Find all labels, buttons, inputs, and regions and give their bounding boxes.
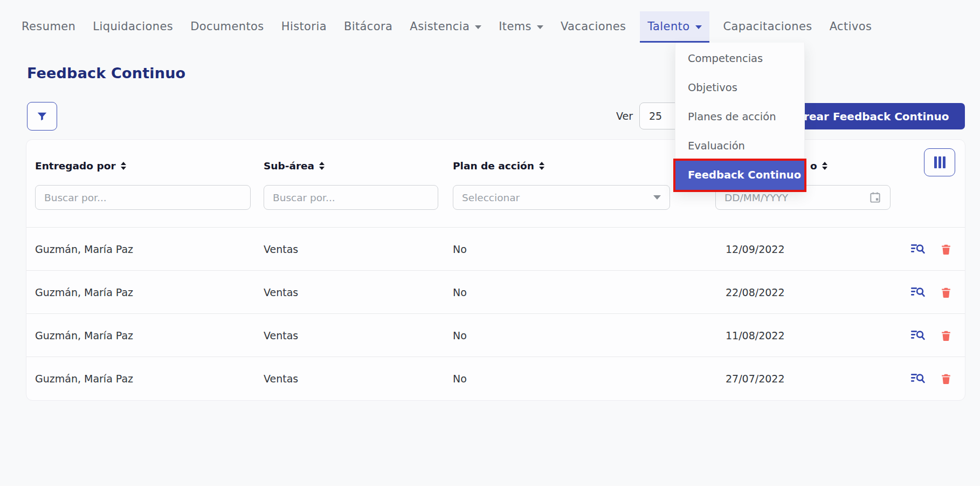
delete-button[interactable] bbox=[940, 286, 952, 299]
nav-item-items[interactable]: Items bbox=[495, 11, 547, 43]
nav-item-label: Talento bbox=[647, 20, 689, 33]
cell-plan-de-accion: No bbox=[453, 243, 715, 255]
chevron-down-icon bbox=[537, 25, 543, 29]
nav-item-label: Activos bbox=[830, 20, 872, 33]
cell-entregado-por: Guzmán, María Paz bbox=[35, 330, 264, 341]
nav-item-asistencia[interactable]: Asistencia bbox=[406, 11, 485, 43]
nav-item-capacitaciones[interactable]: Capacitaciones bbox=[720, 11, 816, 43]
menu-item-objetivos[interactable]: Objetivos bbox=[675, 73, 804, 102]
nav-item-bitacora[interactable]: Bitácora bbox=[341, 11, 396, 43]
nav-item-label: Bitácora bbox=[344, 20, 392, 33]
nav-item-label: Historia bbox=[281, 20, 327, 33]
nav-item-liquidaciones[interactable]: Liquidaciones bbox=[89, 11, 176, 43]
nav-item-label: Items bbox=[499, 20, 532, 33]
nav-item-label: Capacitaciones bbox=[723, 20, 812, 33]
column-header-label: Plan de acción bbox=[453, 160, 534, 172]
nav-item-historia[interactable]: Historia bbox=[278, 11, 330, 43]
page-title: Feedback Continuo bbox=[27, 65, 185, 81]
cell-sub-area: Ventas bbox=[264, 330, 453, 341]
columns-icon-bar bbox=[938, 156, 941, 168]
nav-item-label: Vacaciones bbox=[561, 20, 626, 33]
cell-fecha: 27/07/2022 bbox=[715, 373, 904, 385]
cell-entregado-por: Guzmán, María Paz bbox=[35, 286, 264, 298]
cell-plan-de-accion: No bbox=[453, 286, 715, 298]
column-header-entregado-por[interactable]: Entregado por bbox=[35, 160, 264, 172]
bottom-strip bbox=[0, 486, 980, 493]
filter-button[interactable] bbox=[27, 102, 57, 131]
cell-fecha: 22/08/2022 bbox=[715, 286, 904, 298]
filter-sub-area-input[interactable] bbox=[264, 185, 438, 210]
list-search-icon bbox=[910, 243, 925, 255]
columns-icon-bar bbox=[943, 156, 946, 168]
sort-icon bbox=[822, 162, 827, 170]
sort-icon bbox=[319, 162, 325, 170]
list-search-icon bbox=[910, 329, 925, 341]
table-filter-row: Seleccionar DD/MM/YYYY bbox=[26, 185, 965, 227]
table-row: Guzmán, María Paz Ventas No 27/07/2022 bbox=[26, 357, 965, 400]
menu-item-feedback-continuo-annotated-target[interactable]: Feedback Continuo bbox=[675, 161, 804, 190]
table-row: Guzmán, María Paz Ventas No 12/09/2022 bbox=[26, 227, 965, 270]
table-header-row: Entregado por Sub-área Plan de acción o bbox=[26, 140, 965, 185]
table-row: Guzmán, María Paz Ventas No 11/08/2022 bbox=[26, 313, 965, 357]
feedback-table-card: Entregado por Sub-área Plan de acción o … bbox=[26, 139, 965, 401]
page-size-label: Ver bbox=[616, 110, 633, 122]
funnel-icon bbox=[36, 111, 48, 122]
column-header-label: Sub-área bbox=[264, 160, 314, 172]
delete-button[interactable] bbox=[940, 372, 952, 385]
cell-sub-area: Ventas bbox=[264, 243, 453, 255]
talento-dropdown-menu: Competencias Objetivos Planes de acción … bbox=[675, 43, 805, 190]
columns-icon bbox=[934, 156, 937, 168]
column-header-label: Entregado por bbox=[35, 160, 116, 172]
select-placeholder: Seleccionar bbox=[462, 192, 520, 203]
sort-icon bbox=[539, 162, 544, 170]
list-search-icon bbox=[910, 372, 925, 385]
view-detail-button[interactable] bbox=[910, 372, 925, 385]
nav-item-activos[interactable]: Activos bbox=[826, 11, 875, 43]
nav-item-resumen[interactable]: Resumen bbox=[18, 11, 79, 43]
top-navigation: Resumen Liquidaciones Documentos Histori… bbox=[0, 0, 980, 43]
cell-fecha: 12/09/2022 bbox=[715, 243, 904, 255]
menu-item-planes-de-accion[interactable]: Planes de acción bbox=[675, 102, 804, 132]
table-row: Guzmán, María Paz Ventas No 22/08/2022 bbox=[26, 270, 965, 313]
view-detail-button[interactable] bbox=[910, 243, 925, 255]
trash-icon bbox=[940, 372, 952, 385]
column-settings-button[interactable] bbox=[924, 148, 955, 176]
sort-icon bbox=[121, 162, 126, 170]
cell-fecha: 11/08/2022 bbox=[715, 330, 904, 341]
calendar-icon bbox=[869, 191, 881, 204]
trash-icon bbox=[940, 329, 952, 342]
filter-entregado-por-input[interactable] bbox=[35, 185, 251, 210]
chevron-down-icon bbox=[475, 25, 481, 29]
chevron-down-icon bbox=[653, 195, 661, 200]
menu-item-competencias[interactable]: Competencias bbox=[675, 44, 804, 73]
create-feedback-button[interactable]: Crear Feedback Continuo bbox=[780, 103, 965, 129]
cell-sub-area: Ventas bbox=[264, 373, 453, 385]
filter-plan-select[interactable]: Seleccionar bbox=[453, 185, 670, 210]
cell-plan-de-accion: No bbox=[453, 373, 715, 385]
column-header-sub-area[interactable]: Sub-área bbox=[264, 160, 453, 172]
view-detail-button[interactable] bbox=[910, 286, 925, 298]
cell-plan-de-accion: No bbox=[453, 330, 715, 341]
nav-item-label: Asistencia bbox=[410, 20, 470, 33]
nav-item-talento[interactable]: Talento bbox=[640, 11, 709, 43]
list-search-icon bbox=[910, 286, 925, 298]
nav-item-label: Documentos bbox=[190, 20, 264, 33]
nav-item-label: Liquidaciones bbox=[93, 20, 173, 33]
trash-icon bbox=[940, 243, 952, 256]
cell-sub-area: Ventas bbox=[264, 286, 453, 298]
cell-entregado-por: Guzmán, María Paz bbox=[35, 373, 264, 385]
page-size-value: 25 bbox=[649, 110, 662, 122]
column-header-label: o bbox=[810, 160, 817, 172]
nav-item-vacaciones[interactable]: Vacaciones bbox=[557, 11, 629, 43]
date-placeholder: DD/MM/YYYY bbox=[724, 192, 788, 203]
delete-button[interactable] bbox=[940, 329, 952, 342]
chevron-down-icon bbox=[695, 25, 702, 29]
cell-entregado-por: Guzmán, María Paz bbox=[35, 243, 264, 255]
delete-button[interactable] bbox=[940, 243, 952, 256]
nav-item-label: Resumen bbox=[22, 20, 75, 33]
trash-icon bbox=[940, 286, 952, 299]
menu-item-evaluacion[interactable]: Evaluación bbox=[675, 132, 804, 161]
view-detail-button[interactable] bbox=[910, 329, 925, 341]
nav-item-documentos[interactable]: Documentos bbox=[187, 11, 267, 43]
